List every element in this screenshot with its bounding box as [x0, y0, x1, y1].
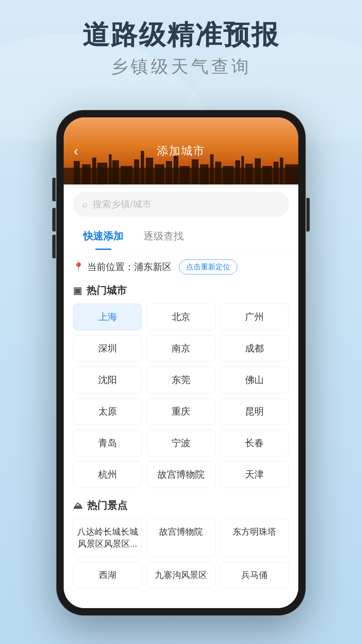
- hot-cities-section-title: ▣ 热门城市: [73, 284, 289, 298]
- svg-rect-6: [97, 163, 107, 184]
- svg-rect-16: [180, 166, 190, 184]
- city-button-gugong[interactable]: 故宫博物院: [146, 461, 215, 488]
- header-title: 添加城市: [157, 143, 205, 159]
- attractions-section: ⛰ 热门景点 八达岭长城长城风景区风景区... 故宫博物院 东方明珠塔 西湖 九…: [73, 499, 289, 588]
- svg-rect-28: [280, 158, 283, 184]
- city-button-qingdao[interactable]: 青岛: [73, 430, 142, 457]
- app-header: ‹ 添加城市: [64, 117, 298, 184]
- svg-rect-21: [223, 166, 234, 184]
- svg-rect-5: [92, 158, 96, 184]
- attraction-button-xihu[interactable]: 西湖: [73, 562, 142, 588]
- hot-cities-label: 热门城市: [86, 284, 127, 298]
- city-button-beijing[interactable]: 北京: [146, 304, 215, 330]
- svg-rect-23: [241, 156, 244, 184]
- relocate-button[interactable]: 点击重新定位: [179, 260, 237, 274]
- city-button-chongqing[interactable]: 重庆: [146, 398, 215, 425]
- hero-title: 道路级精准预报: [0, 20, 362, 50]
- city-button-dongguan[interactable]: 东莞: [146, 367, 215, 393]
- svg-rect-3: [74, 161, 80, 184]
- svg-rect-19: [210, 154, 214, 184]
- attraction-button-dongfang[interactable]: 东方明珠塔: [220, 519, 289, 557]
- city-button-changchun[interactable]: 长春: [220, 430, 289, 457]
- phone-mockup: ‹ 添加城市 ⌕ 搜索乡镇/城市 快速添加 逐级查找 📍 当前位: [57, 111, 305, 615]
- search-icon: ⌕: [82, 199, 88, 210]
- hero-subtitle: 乡镇级天气查询: [0, 55, 362, 78]
- city-button-tianjin[interactable]: 天津: [220, 461, 289, 488]
- svg-rect-10: [134, 159, 139, 184]
- city-button-nanjing[interactable]: 南京: [146, 335, 215, 362]
- attraction-button-jiuzhaigou[interactable]: 九寨沟风景区: [146, 562, 215, 588]
- svg-rect-8: [112, 160, 119, 184]
- location-icon: 📍: [73, 262, 84, 272]
- city-button-ningbo[interactable]: 宁波: [146, 430, 215, 457]
- svg-rect-18: [200, 164, 208, 184]
- city-button-chengdu[interactable]: 成都: [220, 335, 289, 362]
- current-location: 当前位置：浦东新区: [87, 261, 172, 273]
- svg-rect-29: [285, 164, 298, 184]
- svg-rect-14: [166, 161, 172, 184]
- search-container: ⌕ 搜索乡镇/城市: [64, 184, 298, 223]
- city-button-shenyang[interactable]: 沈阳: [73, 367, 142, 393]
- cities-icon: ▣: [73, 285, 82, 296]
- attraction-button-gugong[interactable]: 故宫博物院: [146, 519, 215, 557]
- hot-attractions-section-title: ⛰ 热门景点: [73, 499, 289, 513]
- svg-rect-12: [146, 158, 153, 184]
- location-row: 📍 当前位置：浦东新区 点击重新定位: [73, 260, 289, 274]
- search-placeholder: 搜索乡镇/城市: [93, 198, 152, 211]
- city-button-shanghai[interactable]: 上海: [73, 304, 142, 330]
- svg-rect-11: [141, 151, 144, 184]
- svg-rect-15: [174, 156, 178, 184]
- attractions-grid: 八达岭长城长城风景区风景区... 故宫博物院 东方明珠塔 西湖 九寨沟风景区 兵…: [73, 519, 289, 588]
- city-button-foshan[interactable]: 佛山: [220, 367, 289, 393]
- svg-rect-9: [121, 166, 132, 184]
- svg-rect-20: [215, 162, 221, 184]
- city-button-shenzhen[interactable]: 深圳: [73, 335, 142, 362]
- svg-rect-22: [235, 160, 240, 184]
- city-button-taiyuan[interactable]: 太原: [73, 398, 142, 425]
- content-area: 📍 当前位置：浦东新区 点击重新定位 ▣ 热门城市 上海 北京 广州 深圳 南京…: [64, 250, 298, 608]
- attraction-button-bingmayong[interactable]: 兵马俑: [220, 562, 289, 588]
- tab-browse[interactable]: 逐级查找: [133, 223, 194, 250]
- svg-rect-24: [245, 164, 253, 184]
- back-button[interactable]: ‹: [74, 144, 78, 159]
- city-button-kunming[interactable]: 昆明: [220, 398, 289, 425]
- attractions-icon: ⛰: [73, 500, 82, 511]
- phone-screen: ‹ 添加城市 ⌕ 搜索乡镇/城市 快速添加 逐级查找 📍 当前位: [64, 117, 298, 608]
- city-button-hangzhou[interactable]: 杭州: [73, 461, 142, 488]
- svg-rect-27: [274, 162, 279, 184]
- hot-attractions-label: 热门景点: [87, 499, 127, 513]
- svg-rect-25: [255, 158, 261, 184]
- svg-rect-13: [155, 164, 164, 184]
- search-bar[interactable]: ⌕ 搜索乡镇/城市: [73, 192, 289, 217]
- city-button-guangzhou[interactable]: 广州: [220, 304, 289, 330]
- svg-rect-26: [262, 166, 272, 184]
- svg-rect-17: [192, 159, 198, 184]
- tabs-row: 快速添加 逐级查找: [64, 223, 298, 250]
- tab-quick-add[interactable]: 快速添加: [73, 223, 133, 250]
- svg-rect-4: [82, 164, 90, 184]
- attraction-button-badaling[interactable]: 八达岭长城长城风景区风景区...: [73, 519, 142, 557]
- svg-rect-7: [109, 154, 112, 184]
- city-grid: 上海 北京 广州 深圳 南京 成都 沈阳 东莞 佛山 太原 重庆 昆明 青岛 宁…: [73, 304, 289, 488]
